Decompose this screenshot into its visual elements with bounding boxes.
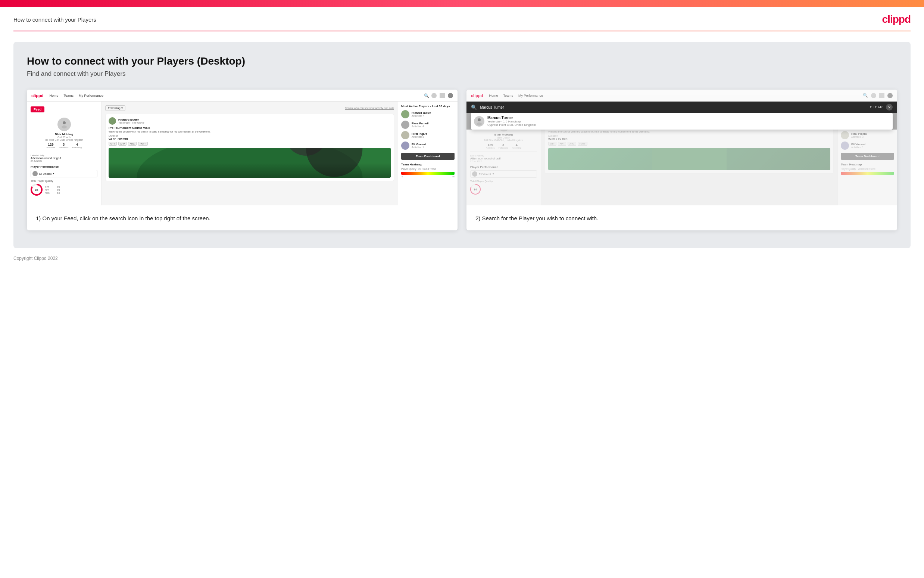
settings-icon-2 — [879, 93, 884, 98]
player-acts-3: Activities: 3 — [412, 136, 427, 138]
nav-teams-2[interactable]: Teams — [503, 94, 513, 97]
search-icon[interactable]: 🔍 — [424, 93, 429, 98]
profile-card: Blair McHarg Golf Coach Mill Ride Golf C… — [31, 115, 97, 151]
player-avatar-1 — [401, 110, 409, 119]
search-result-avatar — [474, 116, 484, 127]
svg-point-0 — [63, 121, 66, 124]
nav-my-performance-2[interactable]: My Performance — [518, 94, 543, 97]
top-bar — [0, 0, 924, 7]
clear-button[interactable]: CLEAR — [870, 105, 883, 109]
search-result-name: Marcus Turner — [487, 116, 536, 120]
nav-home[interactable]: Home — [49, 94, 58, 97]
ott-row-ott: OTT 79 — [45, 186, 60, 188]
user-avatar — [108, 117, 116, 125]
header-divider — [13, 31, 911, 31]
nav-teams[interactable]: Teams — [63, 94, 73, 97]
player-list-item-3: Hiral Pujara Activities: 3 — [401, 131, 455, 139]
heatmap-neg: -5 — [401, 175, 403, 178]
stat-following: 4 Following — [73, 143, 82, 149]
panel-1: clippd Home Teams My Performance 🔍 — [27, 89, 458, 231]
search-input[interactable]: Marcus Turner — [480, 105, 867, 109]
activity-image-overlay — [108, 163, 391, 178]
quality-score: 84 OTT 79 APP — [31, 184, 97, 196]
profile-name: Blair McHarg — [31, 133, 97, 136]
app-nav-1: clippd Home Teams My Performance 🔍 — [27, 89, 458, 102]
copyright-text: Copyright Clippd 2022 — [13, 256, 58, 261]
following-button[interactable]: Following ▾ — [105, 105, 125, 111]
tag-app: APP — [118, 142, 126, 146]
duration-value: 02 hr : 00 min — [108, 137, 391, 140]
score-circle: 84 — [31, 184, 42, 196]
app-nav-items-2: Home Teams My Performance — [489, 94, 543, 97]
heatmap-bar — [401, 172, 455, 175]
player-avatar-4 — [401, 141, 409, 150]
app-main: Following ▾ Control who can see your act… — [102, 102, 398, 205]
tag-ott: OTT — [108, 142, 117, 146]
heatmap-pos: +5 — [452, 175, 455, 178]
player-avatar-small — [32, 171, 38, 176]
activity-desc: Walking the course with my coach to buil… — [108, 130, 391, 133]
user-detail: Yesterday · The Grove — [118, 121, 144, 124]
player-avatar-3 — [401, 131, 409, 139]
app-nav-items: Home Teams My Performance — [49, 94, 104, 97]
player-name-4: Eli Vincent — [412, 143, 426, 146]
svg-point-1 — [61, 125, 67, 128]
user-icon-2 — [871, 93, 876, 98]
settings-icon[interactable] — [440, 93, 445, 98]
player-info-1: Richard Butler Activities: 7 — [412, 111, 431, 117]
search-result-subtitle: Yesterday · 1-5 Handicap — [487, 120, 536, 123]
tag-arg: ARG — [128, 142, 137, 146]
heatmap-labels: -5 +5 — [401, 175, 455, 178]
app-nav-logo: clippd — [31, 93, 43, 98]
feed-tab[interactable]: Feed — [31, 106, 44, 112]
user-info: Richard Butler Yesterday · The Grove — [118, 118, 144, 124]
nav-my-performance[interactable]: My Performance — [79, 94, 104, 97]
user-icon[interactable] — [431, 93, 437, 98]
search-icon-2[interactable]: 🔍 — [863, 93, 868, 98]
quality-label: Total Player Quality — [31, 180, 97, 182]
nav-home-2[interactable]: Home — [489, 94, 498, 97]
app-nav-right: 🔍 — [424, 93, 453, 98]
profile-club: Mill Ride Golf Club, United Kingdom — [31, 138, 97, 141]
player-dropdown-name: Eli Vincent — [39, 172, 52, 175]
page-title: How to connect with your Players — [13, 16, 96, 23]
main-content: How to connect with your Players (Deskto… — [13, 42, 911, 248]
close-icon[interactable]: ✕ — [886, 104, 893, 110]
avatar-icon — [448, 93, 453, 98]
team-dashboard-button[interactable]: Team Dashboard — [401, 153, 455, 160]
player-info-4: Eli Vincent Activities: 1 — [412, 143, 426, 149]
following-label: Following — [108, 106, 121, 110]
player-name-2: Piers Parnell — [412, 122, 429, 125]
logo: clippd — [882, 13, 911, 25]
activity-card: Richard Butler Yesterday · The Grove Pre… — [105, 114, 394, 181]
profile-role: Golf Coach — [31, 136, 97, 138]
player-list-item-2: Piers Parnell Activities: 4 — [401, 120, 455, 129]
search-result-item[interactable]: Marcus Turner Yesterday · 1-5 Handicap C… — [474, 116, 890, 127]
heatmap-sub: Player Quality · 20 Round Trend — [401, 168, 455, 170]
avatar — [57, 118, 71, 131]
app-nav-2: clippd Home Teams My Performance 🔍 — [466, 89, 897, 102]
tag-putt: PUTT — [138, 142, 148, 146]
search-icon-in-bar: 🔍 — [471, 104, 477, 110]
app-nav-logo-2: clippd — [471, 93, 483, 98]
search-result-location: Cypress Point Club, United Kingdom — [487, 123, 536, 127]
heatmap-title: Team Heatmap — [401, 163, 455, 166]
player-dropdown[interactable]: Eli Vincent ▾ — [31, 170, 97, 177]
main-subheading: Find and connect with your Players — [27, 70, 897, 78]
ott-row-app: APP 70 — [45, 189, 60, 191]
stat-followers: 3 Followers — [59, 143, 69, 149]
panel-1-caption: 1) On your Feed, click on the search ico… — [27, 205, 458, 231]
avatar-icon-2 — [887, 93, 893, 98]
activity-title: Pre Tournament Course Walk — [108, 126, 391, 130]
player-info-2: Piers Parnell Activities: 4 — [412, 122, 429, 128]
search-result-info: Marcus Turner Yesterday · 1-5 Handicap C… — [487, 116, 536, 127]
chevron-down-icon: ▾ — [53, 172, 55, 175]
most-active-title: Most Active Players - Last 30 days — [401, 104, 455, 108]
search-bar: 🔍 Marcus Turner CLEAR ✕ — [466, 102, 897, 113]
app-body-1: Feed Blair McHarg Golf Coach Mill Ride G… — [27, 102, 458, 205]
player-name-3: Hiral Pujara — [412, 132, 427, 136]
player-acts-2: Activities: 4 — [412, 125, 429, 128]
control-link[interactable]: Control who can see your activity and da… — [345, 107, 394, 109]
svg-rect-10 — [652, 148, 727, 170]
panel-2-caption: 2) Search for the Player you wish to con… — [466, 205, 897, 231]
